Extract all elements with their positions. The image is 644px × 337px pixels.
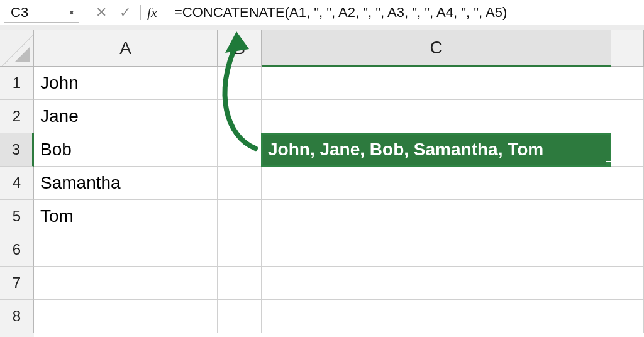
cell-A4[interactable]: Samantha <box>34 167 218 200</box>
name-box-value: C3 <box>11 4 28 21</box>
col-header-C[interactable]: C <box>262 30 611 67</box>
cancel-icon[interactable]: ✕ <box>92 4 110 21</box>
cell-D1[interactable] <box>611 67 644 100</box>
toolbar-strip <box>0 25 644 30</box>
fx-button[interactable]: fx <box>147 4 157 21</box>
cell-C2[interactable] <box>262 100 611 133</box>
cell-D3[interactable] <box>611 133 644 167</box>
col-header-rest[interactable] <box>611 30 644 67</box>
cell-B8[interactable] <box>218 300 262 333</box>
cell-C8[interactable] <box>262 300 611 333</box>
cell-B7[interactable] <box>218 267 262 300</box>
cell-D2[interactable] <box>611 100 644 133</box>
spreadsheet-grid: 1 2 3 4 5 6 7 8 A B C John Jane <box>0 30 644 337</box>
row-header-7[interactable]: 7 <box>0 267 34 300</box>
enter-icon[interactable]: ✓ <box>116 4 134 21</box>
row-header-6[interactable]: 6 <box>0 233 34 267</box>
name-box[interactable]: C3 ▲▼ <box>4 3 79 23</box>
cell-C3[interactable]: John, Jane, Bob, Samantha, Tom <box>262 133 611 167</box>
cell-B3[interactable] <box>218 133 262 167</box>
cell-D6[interactable] <box>611 233 644 267</box>
cell-A5[interactable]: Tom <box>34 200 218 233</box>
cell-A6[interactable] <box>34 233 218 267</box>
cell-D5[interactable] <box>611 200 644 233</box>
cell-C4[interactable] <box>262 167 611 200</box>
cell-A3[interactable]: Bob <box>34 133 218 167</box>
row-header-5[interactable]: 5 <box>0 200 34 233</box>
cell-C7[interactable] <box>262 267 611 300</box>
cell-C5[interactable] <box>262 200 611 233</box>
divider <box>86 5 86 20</box>
row-header-8[interactable]: 8 <box>0 300 34 333</box>
row-header-2[interactable]: 2 <box>0 100 34 133</box>
cell-A2[interactable]: Jane <box>34 100 218 133</box>
cell-B4[interactable] <box>218 167 262 200</box>
cell-B5[interactable] <box>218 200 262 233</box>
cell-D7[interactable] <box>611 267 644 300</box>
cell-B2[interactable] <box>218 100 262 133</box>
cell-B1[interactable] <box>218 67 262 100</box>
col-header-B[interactable]: B <box>218 30 262 67</box>
divider <box>140 5 141 20</box>
cell-B6[interactable] <box>218 233 262 267</box>
divider <box>164 5 164 20</box>
cell-D8[interactable] <box>611 300 644 333</box>
cell-D4[interactable] <box>611 167 644 200</box>
row-header-3[interactable]: 3 <box>0 133 34 167</box>
cell-A1[interactable]: John <box>34 67 218 100</box>
cell-A7[interactable] <box>34 267 218 300</box>
formula-input[interactable]: =CONCATENATE(A1, ", ", A2, ", ", A3, ", … <box>170 3 640 23</box>
cell-A8[interactable] <box>34 300 218 333</box>
row-header-4[interactable]: 4 <box>0 167 34 200</box>
cell-C1[interactable] <box>262 67 611 100</box>
formula-bar: C3 ▲▼ ✕ ✓ fx =CONCATENATE(A1, ", ", A2, … <box>0 0 644 25</box>
select-all-corner[interactable] <box>0 30 34 67</box>
cell-C6[interactable] <box>262 233 611 267</box>
col-header-A[interactable]: A <box>34 30 218 67</box>
row-header-1[interactable]: 1 <box>0 67 34 100</box>
